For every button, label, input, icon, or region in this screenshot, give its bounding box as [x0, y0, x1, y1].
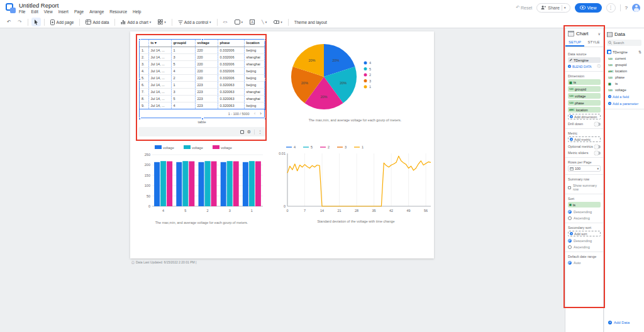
- looker-studio-logo-icon[interactable]: [6, 3, 16, 14]
- column-header-groupid[interactable]: groupid: [171, 40, 195, 47]
- collapse-fields-icon[interactable]: ⇅: [638, 50, 641, 54]
- shape-button[interactable]: ▾: [271, 18, 285, 26]
- field-voltage[interactable]: 123voltage: [604, 87, 644, 93]
- dimension-chip-ts[interactable]: ▦ts: [568, 79, 601, 85]
- redo-button[interactable]: ↷: [15, 18, 24, 26]
- report-page[interactable]: ts ▾groupidvoltagephaselocation1.Jul 14,…: [130, 31, 434, 258]
- rows-per-page-select[interactable]: 100 ▾: [568, 165, 601, 172]
- share-button[interactable]: Share ▾: [536, 3, 570, 13]
- add-page-button[interactable]: Add page: [48, 18, 77, 26]
- selection-handle[interactable]: [138, 38, 141, 41]
- share-caret-icon[interactable]: ▾: [564, 6, 566, 9]
- field-current[interactable]: 123current: [604, 55, 644, 62]
- add-control-button[interactable]: Add a control▾: [175, 18, 214, 26]
- drill-down-toggle[interactable]: [594, 123, 601, 126]
- dimension-chip-groupid[interactable]: 123groupid: [568, 86, 601, 92]
- line-chart[interactable]: 4523107142128354249560.010: [277, 143, 435, 219]
- menu-file[interactable]: File: [19, 9, 25, 14]
- metric-sliders-toggle[interactable]: [594, 152, 601, 155]
- report-title[interactable]: Untitled Report: [19, 2, 58, 9]
- radio-selected-icon[interactable]: [568, 261, 572, 265]
- tab-setup[interactable]: SETUP: [565, 38, 584, 47]
- svg-text:4: 4: [162, 209, 164, 213]
- menu-edit[interactable]: Edit: [31, 9, 38, 14]
- field-ts[interactable]: ▦ts: [604, 80, 644, 87]
- menu-help[interactable]: Help: [133, 9, 141, 14]
- field-search-input[interactable]: Search: [607, 40, 641, 46]
- field-phase[interactable]: 123phase: [604, 74, 644, 80]
- add-dimension-button[interactable]: + Add dimension: [568, 114, 601, 119]
- report-canvas[interactable]: ts ▾groupidvoltagephaselocation1.Jul 14,…: [0, 28, 644, 332]
- undo-button[interactable]: ↶: [4, 18, 13, 26]
- add-metric-button[interactable]: + Add metric: [568, 136, 601, 142]
- column-header-voltage[interactable]: voltage: [195, 40, 218, 47]
- data-source-label: Data source: [568, 52, 601, 56]
- more-options-button[interactable]: ⋮: [606, 3, 616, 13]
- column-header-location[interactable]: location: [244, 40, 264, 47]
- blend-data-button[interactable]: + BLEND DATA ⓘ: [568, 64, 601, 69]
- more-vertical-icon[interactable]: ⋮: [258, 130, 262, 134]
- chart-panel-header[interactable]: Chart ∨: [565, 28, 603, 38]
- image-button[interactable]: ▾: [232, 18, 246, 26]
- selection-handle[interactable]: [138, 118, 141, 120]
- menu-page[interactable]: Page: [74, 9, 84, 14]
- dimension-chip-voltage[interactable]: 123voltage: [568, 93, 601, 99]
- selection-handle[interactable]: [201, 38, 204, 41]
- summary-checkbox[interactable]: [568, 186, 571, 189]
- radio-selected-icon[interactable]: [568, 210, 572, 214]
- menu-resource[interactable]: Resource: [109, 9, 127, 14]
- menu-insert[interactable]: Insert: [58, 9, 69, 14]
- url-embed-button[interactable]: <>: [221, 18, 230, 26]
- dimension-chip-location[interactable]: ABClocation: [568, 107, 601, 113]
- data-source-row[interactable]: TDengine ⇅: [604, 48, 644, 55]
- community-visualizations-button[interactable]: ▾: [155, 18, 169, 26]
- data-source-chip[interactable]: TDengine: [568, 57, 601, 63]
- image-icon: [235, 19, 240, 25]
- selection-handle[interactable]: [201, 118, 204, 120]
- row-number-cell: 3.: [140, 60, 148, 67]
- add-parameter-button[interactable]: + Add a parameter: [604, 100, 644, 107]
- add-sort-button[interactable]: + Add sort: [568, 231, 601, 236]
- add-data-button[interactable]: Add data: [83, 18, 111, 26]
- add-data-button-bottom[interactable]: + Add Data: [608, 321, 630, 324]
- optional-metrics-toggle[interactable]: [594, 145, 601, 148]
- radio-icon[interactable]: [568, 245, 572, 249]
- selection-handle[interactable]: [264, 78, 267, 80]
- selection-handle[interactable]: [264, 118, 267, 120]
- tab-style[interactable]: STYLE: [584, 38, 603, 47]
- column-header-phase[interactable]: phase: [218, 40, 244, 47]
- menu-arrange[interactable]: Arrange: [89, 9, 104, 14]
- gear-icon[interactable]: ⚙: [247, 130, 251, 134]
- reset-button[interactable]: ↶ Reset: [516, 5, 532, 10]
- page-prev-icon[interactable]: ‹: [254, 111, 256, 116]
- text-box-icon: A: [250, 19, 255, 25]
- help-button[interactable]: ?: [625, 5, 628, 11]
- plus-icon: +: [608, 321, 612, 324]
- menu-view[interactable]: View: [44, 9, 53, 14]
- text-button[interactable]: A: [247, 18, 257, 26]
- chevron-down-icon[interactable]: ∨: [598, 31, 601, 36]
- dimension-chip-phase[interactable]: 123phase: [568, 100, 601, 106]
- selection-handle[interactable]: [264, 38, 267, 41]
- page-next-icon[interactable]: ›: [260, 111, 262, 116]
- line-button[interactable]: ╲▾: [259, 18, 269, 26]
- sort-field-chip[interactable]: ▦ ts: [568, 202, 601, 208]
- user-avatar[interactable]: [632, 4, 640, 12]
- view-button[interactable]: View: [575, 3, 602, 13]
- field-groupid[interactable]: 123groupid: [604, 62, 644, 68]
- add-chart-button[interactable]: Add a chart▾: [118, 18, 153, 26]
- add-field-button[interactable]: + Add a field: [604, 93, 644, 100]
- theme-layout-button[interactable]: Theme and layout: [292, 18, 330, 26]
- table-chart[interactable]: ts ▾groupidvoltagephaselocation1.Jul 14,…: [140, 40, 265, 109]
- svg-text:voltage: voltage: [221, 146, 232, 150]
- radio-selected-icon[interactable]: [568, 239, 572, 243]
- column-header-ts[interactable]: ts ▾: [148, 40, 171, 47]
- header-actions: ↶ Reset Share ▾ View ⋮: [516, 2, 640, 13]
- pie-chart[interactable]: 20%20%20%20%20%45231: [281, 35, 429, 117]
- selection-handle[interactable]: [138, 78, 141, 80]
- select-cursor-button[interactable]: [31, 18, 41, 26]
- resize-icon[interactable]: [240, 130, 244, 134]
- radio-icon[interactable]: [568, 216, 572, 220]
- bar-chart[interactable]: voltagevoltagevoltage0501001502002504523…: [137, 143, 266, 219]
- field-location[interactable]: ABClocation: [604, 68, 644, 74]
